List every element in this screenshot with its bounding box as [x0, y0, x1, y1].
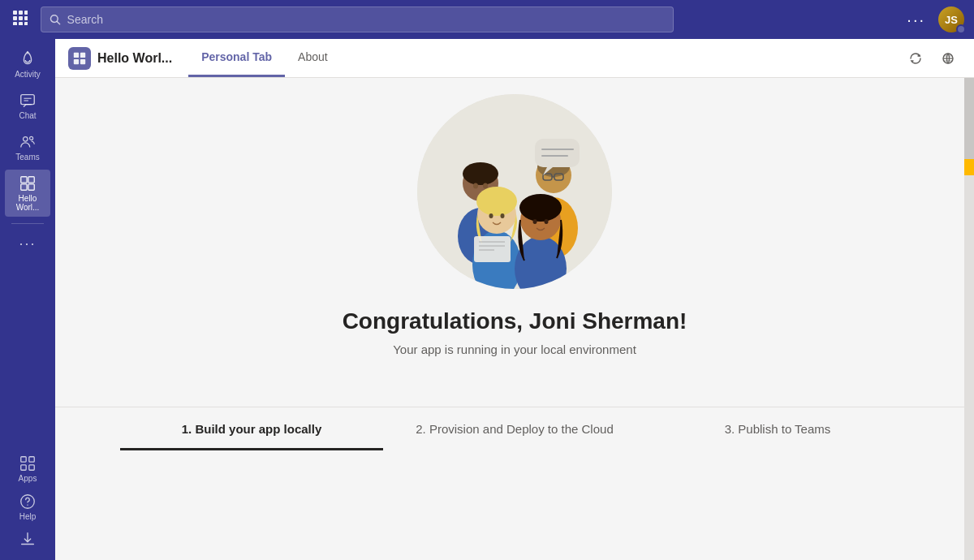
sidebar-item-apps[interactable]: Apps [5, 450, 50, 488]
congrats-title: Congratulations, Joni Sherman! [343, 308, 687, 334]
svg-rect-1 [19, 11, 23, 15]
svg-point-16 [30, 136, 33, 140]
app-header: Hello Worl... Personal Tab About [55, 39, 974, 78]
svg-rect-58 [535, 139, 580, 167]
svg-rect-22 [29, 457, 34, 462]
svg-rect-23 [21, 465, 26, 470]
scrollbar-track [964, 78, 974, 560]
svg-point-37 [483, 183, 488, 189]
chat-icon [19, 92, 37, 110]
sidebar-help-label: Help [19, 512, 37, 521]
app-icon [68, 47, 91, 70]
svg-point-35 [463, 162, 498, 185]
sidebar-chat-label: Chat [19, 111, 36, 120]
step-2[interactable]: 2. Provision and Deploy to the Cloud [383, 407, 646, 450]
sidebar-item-chat[interactable]: Chat [5, 87, 50, 125]
search-icon [50, 14, 61, 25]
sidebar-item-activity[interactable]: Activity [5, 45, 50, 84]
svg-rect-17 [21, 177, 27, 183]
svg-rect-8 [24, 22, 28, 25]
app-title: Hello Worl... [97, 51, 172, 66]
scrollbar-handle[interactable] [964, 159, 974, 175]
svg-point-26 [27, 504, 28, 505]
svg-rect-30 [80, 58, 85, 63]
topbar: ··· JS [0, 0, 974, 39]
sidebar-item-download[interactable] [5, 526, 50, 554]
svg-point-55 [519, 194, 562, 222]
svg-point-15 [24, 137, 28, 142]
svg-rect-5 [24, 16, 28, 20]
step-3[interactable]: 3. Publish to Teams [646, 407, 909, 450]
steps-section: 1. Build your app locally 2. Provision a… [55, 407, 974, 450]
svg-rect-12 [21, 95, 35, 105]
app-tabs: Personal Tab About [188, 39, 340, 77]
svg-rect-20 [28, 184, 34, 190]
step-2-label: 2. Provision and Deploy to the Cloud [416, 422, 613, 436]
more-icon: ··· [19, 235, 36, 252]
tab-about[interactable]: About [285, 39, 341, 77]
svg-rect-29 [74, 58, 79, 63]
sidebar-teams-label: Teams [15, 153, 39, 162]
svg-rect-6 [13, 22, 17, 25]
app-grid-icon [72, 51, 87, 66]
more-options-button[interactable]: ··· [907, 11, 925, 29]
sidebar-item-hello-world[interactable]: Hello Worl... [5, 170, 50, 217]
svg-rect-2 [24, 11, 28, 15]
apps-icon [19, 454, 37, 472]
topbar-right: ··· JS [907, 6, 964, 32]
hero-section: Congratulations, Joni Sherman! Your app … [55, 78, 974, 407]
svg-point-36 [473, 183, 478, 189]
avatar[interactable]: JS [938, 6, 964, 32]
svg-rect-4 [19, 16, 23, 20]
svg-rect-3 [13, 16, 17, 20]
sidebar-activity-label: Activity [15, 70, 41, 79]
svg-rect-19 [21, 184, 27, 190]
globe-button[interactable] [935, 45, 961, 71]
svg-rect-7 [19, 22, 23, 25]
illustration [417, 94, 612, 289]
sidebar-item-help[interactable]: Help [5, 488, 50, 526]
sidebar-item-teams[interactable]: Teams [5, 128, 50, 166]
team-illustration [417, 94, 612, 289]
grid-icon[interactable] [10, 7, 31, 32]
refresh-icon [909, 52, 922, 65]
svg-rect-18 [28, 177, 34, 183]
svg-line-10 [57, 21, 59, 24]
svg-point-47 [489, 213, 493, 218]
main-layout: Activity Chat Teams [0, 39, 974, 560]
sidebar: Activity Chat Teams [0, 39, 55, 560]
svg-rect-49 [474, 236, 511, 262]
sidebar-divider [11, 223, 44, 224]
svg-point-48 [501, 213, 505, 218]
step-1-label: 1. Build your app locally [182, 422, 322, 436]
teams-icon [19, 133, 37, 151]
header-actions [903, 45, 961, 71]
content-area: Hello Worl... Personal Tab About [55, 39, 974, 560]
sidebar-hello-world-label: Hello Worl... [8, 194, 47, 212]
svg-rect-24 [29, 465, 34, 470]
activity-icon [19, 50, 37, 68]
step-1[interactable]: 1. Build your app locally [120, 407, 383, 450]
tab-personal-tab[interactable]: Personal Tab [188, 39, 285, 77]
hello-world-icon [19, 174, 37, 192]
svg-point-57 [545, 219, 549, 224]
presence-badge [956, 24, 966, 34]
svg-point-46 [476, 187, 517, 216]
search-input[interactable] [67, 13, 665, 26]
step-3-label: 3. Publish to Teams [725, 422, 831, 436]
svg-point-56 [533, 219, 537, 224]
svg-rect-0 [13, 11, 17, 15]
congrats-subtitle: Your app is running in your local enviro… [393, 342, 636, 356]
help-icon [19, 493, 37, 510]
svg-rect-27 [74, 52, 79, 57]
app-content: Congratulations, Joni Sherman! Your app … [55, 78, 974, 560]
sidebar-apps-label: Apps [19, 474, 37, 483]
search-bar[interactable] [41, 6, 674, 32]
sidebar-bottom: Apps Help [5, 450, 50, 554]
sidebar-item-more[interactable]: ··· [5, 230, 50, 257]
svg-rect-21 [21, 457, 26, 462]
globe-icon [942, 52, 955, 65]
refresh-button[interactable] [903, 45, 929, 71]
svg-rect-28 [80, 52, 85, 57]
download-icon [19, 531, 37, 549]
